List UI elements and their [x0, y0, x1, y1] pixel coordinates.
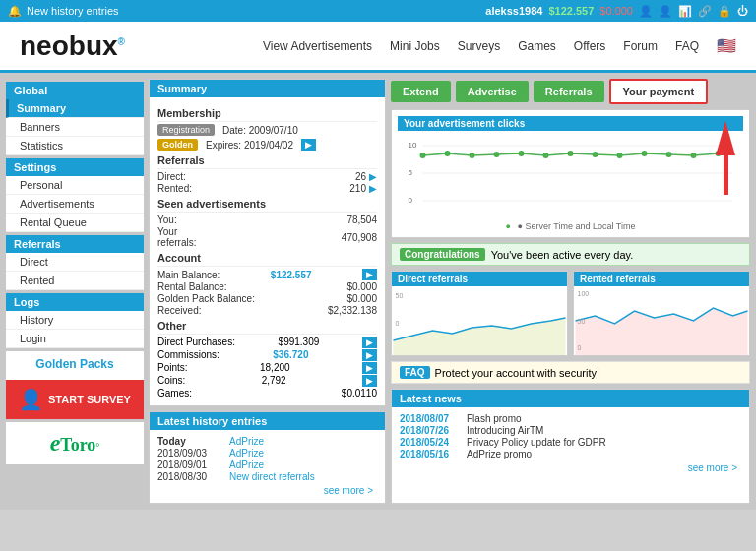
history-date-2: 2018/09/01 [158, 459, 221, 470]
points-row: Points: 18,200 ▶ [158, 362, 377, 374]
advertise-button[interactable]: Advertise [456, 81, 529, 102]
legend-dot: ● [506, 221, 511, 231]
your-refs-label: Your referrals: [158, 226, 212, 248]
main-balance-expand[interactable]: ▶ [362, 269, 377, 280]
flag-icon[interactable]: 🇺🇸 [717, 36, 736, 55]
referrals-button[interactable]: Referrals [534, 81, 604, 102]
summary-content: Membership Registration Date: 2009/07/10… [150, 97, 385, 405]
sidebar-item-login[interactable]: Login [6, 330, 144, 348]
extend-button[interactable]: Extend [391, 81, 451, 102]
nav-faq[interactable]: FAQ [675, 39, 699, 53]
history-date-3: 2018/08/30 [158, 471, 221, 482]
new-entries-text[interactable]: New history entries [27, 5, 119, 17]
top-bar: 🔔 New history entries alekss1984 $122.55… [0, 0, 756, 22]
sidebar-item-statistics[interactable]: Statistics [6, 137, 144, 155]
rented-ref-arrow[interactable]: ▶ [369, 183, 377, 194]
news-title-1: Introducing AirTM [467, 425, 543, 436]
history-header: Latest history entries [150, 412, 385, 430]
nav-mini-jobs[interactable]: Mini Jobs [390, 39, 440, 53]
right-column: Extend Advertise Referrals Your payment … [391, 79, 750, 504]
news-title-2: Privacy Policy update for GDPR [467, 437, 606, 448]
svg-text:50: 50 [396, 292, 404, 299]
points-expand[interactable]: ▶ [362, 362, 377, 374]
account-title: Account [158, 252, 377, 267]
sidebar-etoro[interactable]: eToro° [6, 422, 144, 464]
dp-expand[interactable]: ▶ [362, 337, 377, 348]
sidebar: Global Summary Banners Statistics Settin… [6, 79, 144, 504]
golden-row: Golden Expires: 2019/04/02 ▶ [158, 139, 377, 151]
sidebar-item-personal[interactable]: Personal [6, 176, 144, 195]
history-see-more[interactable]: see more > [158, 483, 377, 498]
survey-icon: 👤 [19, 388, 43, 411]
svg-point-17 [691, 153, 697, 158]
news-title-3: AdPrize promo [467, 449, 532, 459]
history-type-3: New direct referrals [229, 471, 315, 482]
nav-surveys[interactable]: Surveys [458, 39, 500, 53]
summary-header: Summary [150, 80, 385, 97]
sidebar-item-advertisements[interactable]: Advertisements [6, 195, 144, 214]
sidebar-section-referrals: Referrals [6, 235, 144, 253]
sidebar-item-banners[interactable]: Banners [6, 118, 144, 137]
direct-ref-arrow[interactable]: ▶ [369, 171, 377, 182]
sidebar-section-global: Global [6, 82, 144, 99]
news-row-0: 2018/08/07 Flash promo [400, 413, 741, 424]
golden-badge: Golden [158, 139, 198, 151]
user-icon2: 👤 [659, 5, 672, 18]
sidebar-survey[interactable]: 👤 START SURVEY [6, 380, 144, 419]
chart-legend: ● ● Server Time and Local Time [398, 221, 743, 231]
news-see-more[interactable]: see more > [400, 460, 741, 475]
sidebar-section-settings: Settings [6, 158, 144, 176]
history-row-1: 2018/09/03 AdPrize [158, 448, 377, 459]
top-bar-right: alekss1984 $122.557 $0.000 👤 👤 📊 🔗 🔒 ⏻ [485, 5, 748, 18]
news-row-1: 2018/07/26 Introducing AirTM [400, 425, 741, 436]
golden-pack-balance-row: Golden Pack Balance: $0.000 [158, 293, 377, 304]
secondary-balance: $0.000 [599, 5, 633, 17]
congrats-bar: Congratulations You've been active every… [391, 243, 750, 266]
center-column: Summary Membership Registration Date: 20… [149, 79, 386, 504]
membership-title: Membership [158, 107, 377, 122]
comm-expand[interactable]: ▶ [362, 349, 377, 361]
golden-expand-btn[interactable]: ▶ [301, 139, 316, 151]
logo: neobux® [20, 31, 125, 62]
received-label: Received: [158, 305, 201, 316]
direct-refs-svg: 50 0 [392, 286, 567, 355]
top-bar-left: 🔔 New history entries [8, 5, 119, 18]
you-value: 78,504 [212, 214, 377, 225]
sidebar-section-logs: Logs [6, 293, 144, 311]
logo-text: neobux [20, 31, 118, 61]
coins-expand[interactable]: ▶ [362, 375, 377, 387]
sidebar-item-history[interactable]: History [6, 311, 144, 330]
svg-text:0: 0 [578, 344, 582, 351]
power-icon: ⏻ [737, 5, 748, 17]
logo-sup: ® [118, 35, 125, 46]
svg-point-13 [593, 152, 598, 157]
faq-bar: FAQ Protect your account with security! [391, 361, 750, 384]
ad-clicks-svg: 10 5 0 [398, 136, 743, 210]
coins-value: 2,792 [262, 375, 286, 387]
golden-expires: Expires: 2019/04/02 [206, 140, 293, 151]
nav-offers[interactable]: Offers [574, 39, 605, 53]
your-payment-button[interactable]: Your payment [609, 79, 709, 104]
chart-area: 10 5 0 [398, 136, 743, 219]
news-date-0: 2018/08/07 [400, 413, 459, 424]
summary-box: Summary Membership Registration Date: 20… [149, 79, 386, 406]
nav-view-ads[interactable]: View Advertisements [263, 39, 372, 53]
history-row-0: Today AdPrize [158, 436, 377, 447]
stats-icon: 📊 [678, 5, 692, 18]
received-row: Received: $2,332.138 [158, 305, 377, 316]
svg-point-9 [494, 152, 500, 157]
sidebar-item-summary[interactable]: Summary [6, 99, 144, 118]
sidebar-item-rental-queue[interactable]: Rental Queue [6, 214, 144, 232]
golden-pack-balance-value: $0.000 [346, 293, 377, 304]
rented-refs-svg: 100 50 0 [574, 286, 749, 355]
nav-forum[interactable]: Forum [623, 39, 658, 53]
nav-games[interactable]: Games [518, 39, 556, 53]
svg-point-6 [420, 153, 426, 158]
sidebar-item-direct[interactable]: Direct [6, 253, 144, 272]
ad-clicks-chart-box: Your advertisement clicks 10 5 0 [391, 109, 750, 238]
red-arrow-annotation [716, 121, 735, 195]
faq-text: Protect your account with security! [435, 367, 600, 379]
action-buttons: Extend Advertise Referrals Your payment [391, 79, 750, 104]
sidebar-item-rented[interactable]: Rented [6, 272, 144, 290]
news-date-3: 2018/05/16 [400, 449, 459, 459]
